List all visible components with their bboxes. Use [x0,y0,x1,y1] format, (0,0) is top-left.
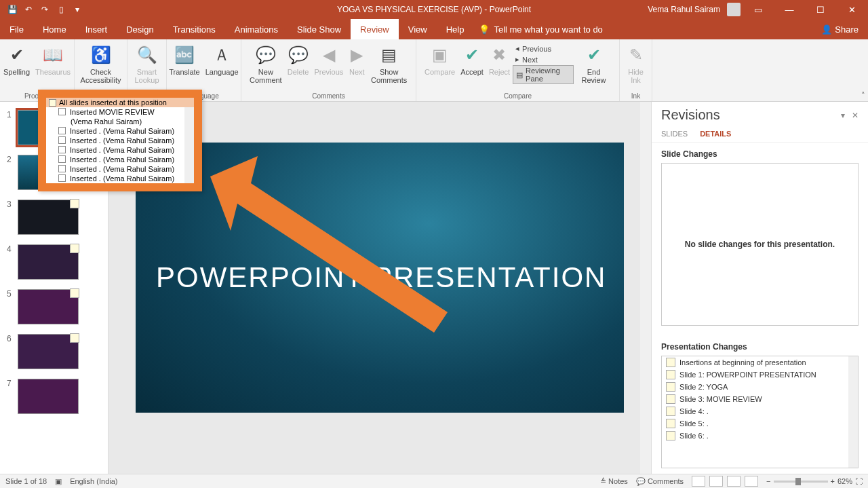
maximize-icon[interactable]: ☐ [807,0,834,19]
group-compare: Compare [416,92,619,100]
next-comment-button[interactable]: ▶Next [346,43,368,84]
thumb-3[interactable] [18,200,79,235]
save-icon[interactable]: 💾 [4,1,20,18]
thumb-4[interactable] [18,244,79,280]
comments-button[interactable]: 💬 Comments [636,477,684,486]
change-row[interactable]: Insertions at beginning of presentation [662,356,858,369]
change-row[interactable]: Slide 1: POWERPOINT PRESENTATION [662,369,858,381]
callout-row[interactable]: Inserted . (Vema Rahul Sairam) [46,136,194,145]
pane-options-icon[interactable]: ▾ [841,111,845,120]
thumb-7[interactable] [18,379,79,414]
thumb-6[interactable] [18,334,79,369]
collapse-ribbon-icon[interactable]: ˄ [861,91,865,100]
spellcheck-status-icon[interactable]: ▣ [55,477,62,486]
rev-tab-details[interactable]: DETAILS [700,126,731,142]
callout-row[interactable]: Inserted . (Vema Rahul Sairam) [46,155,194,164]
slide-canvas[interactable]: POWERPOINT PRESENTATION [136,143,624,413]
checkbox-icon[interactable] [58,174,66,182]
checkbox-icon[interactable] [58,155,66,163]
tab-help[interactable]: Help [437,19,474,39]
callout-row[interactable]: Inserted . (Vema Rahul Sairam) [46,164,194,174]
zoom-value[interactable]: 62% [837,477,852,485]
tab-insert[interactable]: Insert [76,19,117,39]
normal-view-icon[interactable] [692,476,705,487]
accessibility-button[interactable]: ♿Check Accessibility [78,43,124,84]
tab-view[interactable]: View [399,19,437,39]
slideshow-icon[interactable]: ▯ [53,1,69,18]
change-badge-icon[interactable] [70,244,79,253]
tell-me[interactable]: 💡Tell me what you want to do [479,24,602,35]
callout-header[interactable]: All slides inserted at this position [46,98,194,107]
show-comments-button[interactable]: ▤Show Comments [368,43,410,84]
tab-review[interactable]: Review [351,19,399,39]
reading-view-icon[interactable] [727,476,741,487]
thesaurus-button[interactable]: 📖Thesaurus [33,43,73,76]
rev-previous[interactable]: ◂Previous [513,43,574,54]
pane-close-icon[interactable]: ✕ [852,111,859,120]
redo-icon[interactable]: ↷ [37,1,53,18]
callout-row[interactable]: (Vema Rahul Sairam) [46,117,194,126]
change-badge-icon[interactable] [70,333,79,343]
slideshow-view-icon[interactable] [745,476,758,487]
change-row[interactable]: Slide 2: YOGA [662,381,858,393]
zoom-slider[interactable] [774,481,828,483]
zoom-in-icon[interactable]: + [831,477,835,485]
delete-comment-button[interactable]: 💬Delete [285,43,312,84]
change-row[interactable]: Slide 6: . [662,430,858,442]
change-badge-icon[interactable] [70,199,79,208]
accept-button[interactable]: ✔Accept [458,43,486,84]
checkbox-icon[interactable] [58,136,66,144]
checkbox-icon[interactable] [58,165,66,172]
callout-row[interactable]: Inserted . (Vema Rahul Sairam) [46,145,194,155]
callout-row[interactable]: Inserted . (Vema Rahul Sairam) [46,174,194,183]
checkbox-icon[interactable] [58,127,66,134]
language-button[interactable]: ＡLanguage [203,43,241,76]
zoom-out-icon[interactable]: − [766,477,770,485]
notes-button[interactable]: ≜ Notes [600,477,628,486]
ribbon-display-icon[interactable]: ▭ [745,0,772,19]
sorter-view-icon[interactable] [709,476,723,487]
undo-icon[interactable]: ↶ [20,1,37,18]
change-badge-icon[interactable] [70,288,79,298]
spelling-button[interactable]: ✔Spelling [1,43,33,76]
checkbox-icon[interactable] [58,108,66,115]
checkbox-icon[interactable] [49,99,56,107]
stage-scrollbar[interactable] [640,102,651,474]
end-review-button[interactable]: ✔End Review [574,43,614,84]
callout-scrollbar[interactable] [184,107,194,183]
thumb-5[interactable] [18,289,79,324]
slide-count[interactable]: Slide 1 of 18 [5,477,47,485]
slide-title[interactable]: POWERPOINT PRESENTATION [156,261,606,294]
rev-tab-slides[interactable]: SLIDES [661,126,688,142]
change-row[interactable]: Slide 4: . [662,405,858,417]
rev-next[interactable]: ▸Next [513,54,574,64]
checkbox-icon[interactable] [58,146,66,153]
new-comment-button[interactable]: 💬New Comment [247,43,285,84]
minimize-icon[interactable]: — [776,0,803,19]
tab-transitions[interactable]: Transitions [163,19,225,39]
fit-icon[interactable]: ⛶ [855,477,863,485]
tab-slideshow[interactable]: Slide Show [288,19,351,39]
avatar[interactable] [727,3,741,16]
user-name[interactable]: Vema Rahul Sairam [648,5,720,14]
close-icon[interactable]: ✕ [838,0,865,19]
language-status[interactable]: English (India) [70,477,117,485]
callout-row[interactable]: Inserted . (Vema Rahul Sairam) [46,126,194,136]
change-row[interactable]: Slide 3: MOVIE REVIEW [662,393,858,405]
qat-more-icon[interactable]: ▾ [69,1,85,18]
callout-row[interactable]: Inserted MOVIE REVIEW [46,107,194,117]
tab-home[interactable]: Home [33,19,76,39]
reviewing-pane-toggle[interactable]: ▤Reviewing Pane [513,65,574,84]
tab-design[interactable]: Design [117,19,163,39]
share-button[interactable]: 👤Share [821,24,859,35]
hide-ink-button[interactable]: ✎Hide Ink [625,43,647,84]
tab-animations[interactable]: Animations [225,19,288,39]
reject-button[interactable]: ✖Reject [486,43,513,84]
tab-file[interactable]: File [0,19,33,39]
change-row[interactable]: Slide 5: . [662,417,858,430]
previous-comment-button[interactable]: ◀Previous [311,43,346,84]
smart-lookup-button[interactable]: 🔍Smart Lookup [132,43,161,84]
compare-button[interactable]: ▣Compare [422,43,458,84]
translate-button[interactable]: 🔤Translate [166,43,202,76]
changes-scrollbar[interactable] [848,356,858,468]
